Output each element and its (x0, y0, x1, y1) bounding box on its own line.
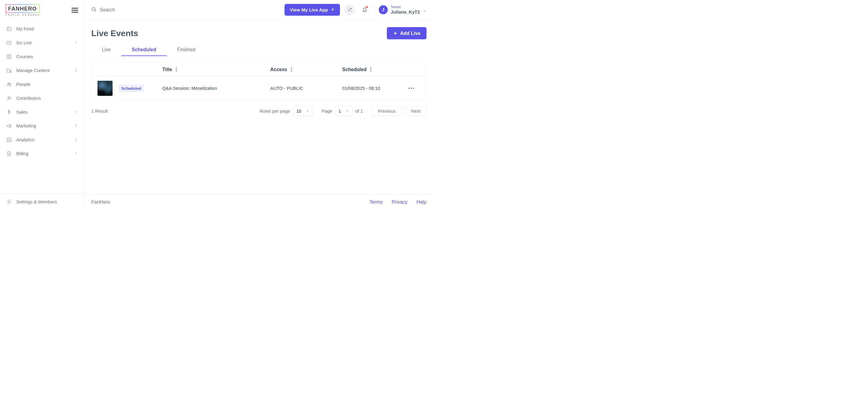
page-of: of 1 (355, 108, 363, 114)
menu-toggle-icon[interactable] (72, 8, 79, 13)
add-live-button[interactable]: Add Live (387, 27, 427, 39)
external-link-icon (330, 7, 335, 12)
view-app-label: View My Live App (290, 7, 328, 12)
tenant-switcher[interactable]: J Tenant Juliana_KyT2 (378, 5, 427, 14)
more-vert-icon (291, 67, 292, 72)
rows-per-page-label: Rows per page (260, 108, 290, 114)
svg-point-16 (370, 69, 371, 70)
svg-point-9 (176, 67, 177, 68)
billing-icon (6, 151, 12, 157)
page-label: Page (321, 108, 332, 114)
sidebar-item-label: Go Live (16, 40, 70, 45)
table-footer: 1 Result Rows per page 10 Page 1 of 1 (91, 100, 427, 122)
more-horiz-icon (408, 88, 414, 89)
svg-point-2 (10, 71, 10, 72)
magic-wand-button[interactable] (344, 4, 355, 15)
svg-point-3 (8, 83, 9, 84)
cell-scheduled: 01/08/2025 - 08:10 (342, 86, 402, 91)
chevron-right-icon (74, 151, 78, 156)
sidebar-item-manage-content[interactable]: Manage Content (0, 64, 84, 77)
sidebar-item-go-live[interactable]: Go Live (0, 36, 84, 50)
rows-per-page-select[interactable]: 10 (293, 106, 313, 116)
add-live-label: Add Live (400, 30, 421, 36)
chevron-right-icon (74, 137, 78, 142)
column-access-label: Access (270, 67, 287, 72)
row-actions-button[interactable] (402, 88, 421, 89)
search-icon (91, 7, 97, 13)
magic-wand-icon (347, 7, 352, 12)
sidebar-item-label: Courses (16, 54, 78, 59)
sidebar-item-people[interactable]: People (0, 77, 84, 91)
sidebar-item-label: Analytics (16, 137, 70, 142)
column-title[interactable]: Title (162, 67, 270, 72)
notification-dot (366, 6, 368, 8)
svg-point-8 (92, 7, 95, 11)
footer-privacy-link[interactable]: Privacy (392, 199, 407, 205)
dollar-icon (6, 109, 12, 115)
sidebar-item-contributors[interactable]: Contributors (0, 91, 84, 105)
brand-logo: FANHERO PEOPLE. POWERED. (5, 4, 41, 16)
avatar: J (378, 5, 388, 14)
svg-point-12 (291, 67, 292, 68)
tab-live[interactable]: Live (91, 44, 121, 56)
next-button[interactable]: Next (405, 106, 427, 116)
chevron-right-icon (74, 40, 78, 45)
sidebar-item-marketing[interactable]: Marketing (0, 119, 84, 133)
footer-brand: FanHero (91, 199, 110, 205)
search-input[interactable] (100, 7, 160, 13)
svg-rect-0 (7, 27, 11, 31)
gear-icon (6, 199, 12, 205)
page-title: Live Events (91, 28, 138, 38)
chevron-down-icon (345, 109, 349, 113)
sidebar-item-label: My Feed (16, 27, 78, 32)
sidebar-item-label: Contributors (16, 96, 78, 101)
sidebar-item-sales[interactable]: Sales (0, 105, 84, 119)
status-badge: Scheduled (119, 84, 144, 92)
notifications-button[interactable] (359, 4, 370, 15)
main: View My Live App J Tenant Juliana_KyT2 (84, 0, 434, 210)
sidebar-item-label: Manage Content (16, 68, 70, 73)
svg-point-7 (8, 201, 10, 203)
cell-access: AUTO - PUBLIC (270, 86, 342, 91)
svg-point-13 (291, 69, 292, 70)
svg-point-20 (413, 88, 414, 89)
sidebar-item-label: Settings & Members (16, 199, 78, 204)
previous-button[interactable]: Previous (372, 106, 402, 116)
divider (374, 5, 375, 14)
page-select[interactable]: 1 (335, 106, 352, 116)
sidebar-item-my-feed[interactable]: My Feed (0, 22, 84, 36)
tenant-name: Juliana_KyT2 (391, 9, 420, 14)
chevron-right-icon (74, 124, 78, 129)
table-row[interactable]: Scheduled Q&A Session: Monetization AUTO… (92, 76, 427, 100)
sidebar-item-analytics[interactable]: Analytics (0, 133, 84, 147)
column-scheduled-label: Scheduled (342, 67, 367, 72)
search (91, 7, 284, 13)
footer-terms-link[interactable]: Terms (370, 199, 383, 205)
people-icon (6, 82, 12, 87)
tenant-label: Tenant (391, 5, 420, 9)
column-access[interactable]: Access (270, 67, 342, 72)
tab-finished[interactable]: Finished (167, 44, 206, 56)
tabs: Live Scheduled Finished (91, 44, 427, 56)
svg-point-14 (291, 70, 292, 71)
column-scheduled[interactable]: Scheduled (342, 67, 402, 72)
sidebar-item-billing[interactable]: Billing (0, 147, 84, 161)
folder-cog-icon (6, 67, 12, 73)
event-thumbnail (98, 81, 113, 96)
view-my-live-app-button[interactable]: View My Live App (284, 4, 340, 16)
go-live-icon (6, 40, 12, 46)
svg-point-4 (10, 83, 11, 84)
footer-help-link[interactable]: Help (416, 199, 427, 205)
page-value: 1 (338, 108, 341, 114)
svg-point-19 (411, 88, 412, 89)
tab-scheduled[interactable]: Scheduled (121, 44, 167, 56)
sidebar-nav: My Feed Go Live Courses Manage Content P… (0, 19, 84, 194)
megaphone-icon (6, 123, 12, 129)
sidebar-item-label: Billing (16, 151, 70, 156)
svg-point-11 (176, 70, 177, 71)
svg-point-5 (8, 97, 9, 98)
feed-icon (6, 26, 12, 32)
sidebar-item-courses[interactable]: Courses (0, 50, 84, 64)
sidebar-item-settings[interactable]: Settings & Members (0, 194, 84, 210)
analytics-icon (6, 137, 12, 143)
